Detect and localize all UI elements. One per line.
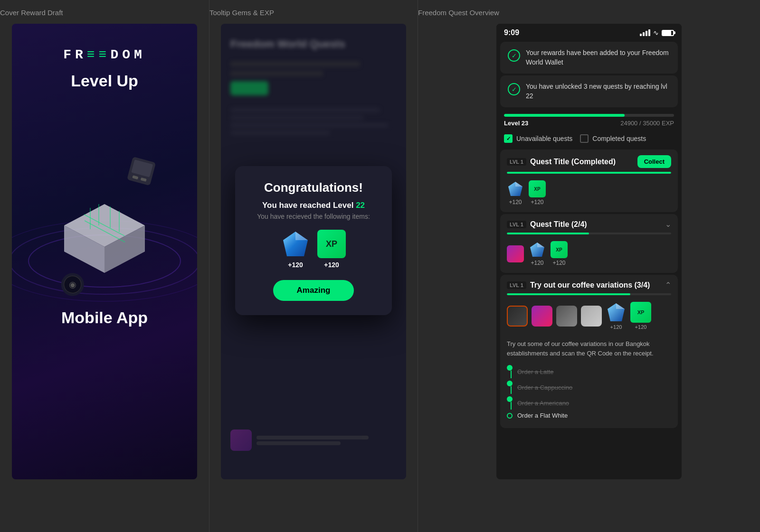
blurred-text-line-2 <box>256 441 341 445</box>
blurred-row-1 <box>230 108 380 112</box>
blurred-line-1 <box>230 61 360 67</box>
notif-card-1: ✓ Your rewards have been added to your F… <box>500 42 678 74</box>
blurred-row-4 <box>230 131 330 135</box>
quest-1-gem-reward: +120 <box>507 180 524 205</box>
xp-reward-item: XP +120 <box>317 230 346 269</box>
level-up-title: Level Up <box>71 72 138 90</box>
quest-2-img-icon <box>507 245 524 262</box>
quest-3-progress-fill <box>507 293 630 295</box>
quest-2-progress-fill <box>507 233 589 234</box>
panel-2-label: Tooltip Gems & EXP <box>209 9 274 17</box>
chevron-down-icon[interactable]: ⌄ <box>665 220 671 229</box>
quest-1-gem-icon <box>507 180 524 197</box>
quest-scroll-area[interactable]: ✓ Your rewards have been added to your F… <box>496 40 682 479</box>
panel-quest-overview: Freedom Quest Overview 9:09 ∿ ✓ <box>418 0 760 532</box>
battery-fill <box>663 31 671 35</box>
status-icons: ∿ <box>640 29 674 37</box>
checkbox-completed[interactable] <box>580 134 589 143</box>
xp-reward-icon: XP <box>317 230 346 258</box>
notif-text-1: Your rewards have been added to your Fre… <box>526 48 670 67</box>
coffee-tasks: Order a Latte Order a Cappuccino <box>500 361 678 428</box>
blurred-bottom-content <box>230 429 397 451</box>
panel-1-label: Cover Reward Draft <box>0 9 63 17</box>
checkbox-unavailable[interactable]: ✓ <box>504 134 513 143</box>
max-exp: 35000 <box>643 120 660 127</box>
quest-1-progress-fill <box>507 172 671 174</box>
quest-2-rewards: +120 XP +120 <box>500 239 678 273</box>
quest-2-img-reward <box>507 245 524 262</box>
signal-bar-2 <box>643 32 645 36</box>
coffee-xp-container: XP +120 <box>630 302 651 330</box>
isometric-scene: ◉ <box>12 100 197 337</box>
quest-2-xp-icon: XP <box>551 241 568 258</box>
quest-2-title: Quest Title (2/4) <box>530 220 661 229</box>
filter-unavailable[interactable]: ✓ Unavailable quests <box>504 134 572 143</box>
quest-card-3: LVL 1 Try out our coffee variations (3/4… <box>500 275 678 428</box>
congrats-level: 22 <box>356 201 365 210</box>
collect-button-1[interactable]: Collect <box>637 155 671 168</box>
svg-marker-24 <box>537 243 544 247</box>
coffee-rewards-row: +120 XP +120 <box>500 300 678 335</box>
blurred-header-text: Freedom World Quests <box>221 24 406 57</box>
coffee-description: Try out some of our coffee variations in… <box>500 335 678 361</box>
quest-2-gem-reward: +120 <box>529 241 546 266</box>
blurred-rows <box>221 100 406 143</box>
filter-completed[interactable]: Completed quests <box>580 134 646 143</box>
signal-bar-4 <box>648 29 650 36</box>
task-line-3 <box>511 402 512 410</box>
task-connector-2 <box>507 381 513 394</box>
quest-1-gem-val: +120 <box>509 199 522 205</box>
task-text-4: Order a Flat White <box>517 412 568 419</box>
quest-2-progress-bar <box>507 233 671 234</box>
svg-marker-22 <box>515 182 522 187</box>
task-dot-3 <box>507 396 513 402</box>
notif-check-icon-1: ✓ <box>508 49 520 62</box>
svg-marker-26 <box>616 303 625 309</box>
coffee-task-3: Order a Americano <box>507 396 671 410</box>
notif-text-2: You have unlocked 3 new quests by reachi… <box>526 82 670 101</box>
task-dot-2 <box>507 381 513 386</box>
coffee-task-4: Order a Flat White <box>507 412 671 419</box>
notif-card-2: ✓ You have unlocked 3 new quests by reac… <box>500 75 678 107</box>
quest-1-progress-bar <box>507 172 671 174</box>
quest-3-lvl: LVL 1 <box>507 281 526 289</box>
quest-2-gem-val: +120 <box>531 260 543 266</box>
quest-overview-screen: 9:09 ∿ ✓ Your rewards have been added to… <box>496 24 682 479</box>
quest-header-1: LVL 1 Quest Title (Completed) Collect <box>500 149 678 172</box>
gem-reward-item: +120 <box>281 230 310 269</box>
coffee-gem-container: +120 <box>606 302 627 330</box>
coffee-task-2: Order a Cappuccino <box>507 381 671 394</box>
quest-header-3: LVL 1 Try out our coffee variations (3/4… <box>500 275 678 293</box>
notif-check-icon-2: ✓ <box>508 83 520 95</box>
coffee-item-dark <box>507 306 528 327</box>
quest-header-2: LVL 1 Quest Title (2/4) ⌄ <box>500 214 678 233</box>
task-connector-3 <box>507 396 513 410</box>
coffee-item-light <box>581 306 602 327</box>
filter-completed-label: Completed quests <box>592 135 646 142</box>
filter-unavailable-label: Unavailable quests <box>516 135 572 142</box>
coffee-gem-icon <box>606 302 627 323</box>
coffee-item-grey <box>556 306 577 327</box>
current-exp: 24900 <box>620 120 637 127</box>
signal-bars-icon <box>640 29 650 36</box>
quest-2-xp-val: +120 <box>552 260 565 266</box>
coffee-xp-icon: XP <box>630 302 651 323</box>
level-progress-section: Level 23 24900 / 35000 EXP <box>496 109 682 130</box>
task-line-2 <box>511 386 512 394</box>
congrats-title: Congratulations! <box>247 180 380 195</box>
amazing-button[interactable]: Amazing <box>273 280 354 301</box>
wifi-icon: ∿ <box>653 29 659 37</box>
congrats-subtitle: You have reached Level 22 <box>247 201 380 210</box>
level-name: Level 23 <box>504 120 528 127</box>
panel-cover-reward: Cover Reward Draft FR≡≡DOM Level Up <box>0 0 209 532</box>
coffee-gem-label: +120 <box>610 324 622 330</box>
gem-reward-icon-container <box>281 230 310 258</box>
task-line-1 <box>511 371 512 378</box>
quest-3-title: Try out our coffee variations (3/4) <box>530 281 661 289</box>
chevron-up-icon[interactable]: ⌃ <box>665 280 671 289</box>
svg-marker-20 <box>295 232 308 240</box>
task-text-3: Order a Americano <box>517 400 569 407</box>
blurred-text-lines <box>256 434 397 447</box>
tooltip-screen: Freedom World Quests Congratulations! Yo… <box>221 24 406 479</box>
level-info: Level 23 24900 / 35000 EXP <box>504 120 674 127</box>
